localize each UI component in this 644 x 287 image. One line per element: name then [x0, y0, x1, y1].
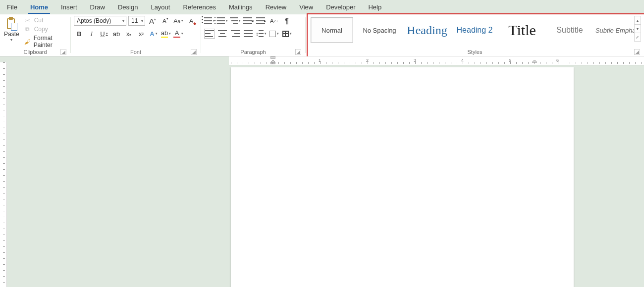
multilevel-list-button[interactable]: ▾ — [230, 16, 241, 26]
styles-dialog-launcher[interactable]: ◢ — [634, 49, 640, 55]
clear-formatting-button[interactable]: A◆ — [186, 16, 197, 26]
tab-insert[interactable]: Insert — [59, 2, 79, 14]
group-label-font: Font ◢ — [74, 48, 198, 56]
paste-button[interactable]: Paste ▾ — [3, 17, 20, 42]
strikethrough-button[interactable]: ab — [111, 29, 122, 39]
superscript-button[interactable]: x — [136, 29, 147, 39]
svg-marker-1 — [270, 60, 275, 62]
tab-design[interactable]: Design — [116, 2, 140, 14]
menu-bar: File Home Insert Draw Design Layout Refe… — [0, 0, 644, 14]
styles-scroll-down-icon[interactable]: ▾ — [635, 25, 641, 33]
tab-file[interactable]: File — [5, 2, 19, 14]
tab-review[interactable]: Review — [264, 2, 289, 14]
format-painter-label: Format Painter — [34, 35, 67, 48]
tab-developer[interactable]: Developer — [324, 2, 357, 14]
font-size-value: 11 — [131, 17, 138, 24]
group-clipboard: Paste ▾ ✂ Cut ⧉ Copy 🖌 Format Painter — [0, 14, 70, 56]
numbering-button[interactable]: ▾ — [217, 16, 228, 26]
increase-indent-button[interactable]: ▸ — [256, 16, 267, 26]
style-normal[interactable]: Normal — [311, 17, 353, 43]
group-label-styles: Styles ◢ — [309, 48, 641, 56]
tab-draw[interactable]: Draw — [88, 2, 107, 14]
chevron-down-icon: ▾ — [122, 19, 124, 23]
style-no-spacing[interactable]: No Spacing — [358, 17, 401, 43]
chevron-down-icon[interactable]: ▾ — [10, 38, 12, 42]
shrink-font-button[interactable]: A▾ — [160, 16, 171, 26]
tab-help[interactable]: Help — [366, 2, 383, 14]
scissors-icon: ✂ — [24, 17, 31, 24]
align-center-button[interactable] — [217, 29, 228, 39]
bullets-button[interactable]: ▾ — [204, 16, 215, 26]
vertical-ruler[interactable] — [0, 62, 7, 287]
copy-icon: ⧉ — [24, 26, 31, 33]
shading-button[interactable]: ▾ — [268, 29, 279, 39]
tab-layout[interactable]: Layout — [149, 2, 172, 14]
copy-button: ⧉ Copy — [24, 26, 67, 33]
group-paragraph: ▾ ▾ ▾ ◂ ▸ AZ↓ ¶ ↕▾ ▾ ▾ — [201, 14, 305, 56]
styles-gallery: Normal No Spacing Heading Heading 2 Titl… — [309, 16, 634, 45]
group-label-paragraph: Paragraph ◢ — [204, 48, 302, 56]
svg-marker-0 — [270, 56, 275, 58]
paragraph-dialog-launcher[interactable]: ◢ — [295, 49, 301, 55]
line-spacing-button[interactable]: ↕▾ — [256, 29, 267, 39]
font-size-combo[interactable]: 11 ▾ — [128, 16, 145, 26]
italic-button[interactable]: I — [86, 29, 97, 39]
decrease-indent-button[interactable]: ◂ — [243, 16, 254, 26]
show-hide-marks-button[interactable]: ¶ — [281, 16, 292, 26]
paste-label: Paste — [4, 31, 19, 38]
style-heading-1[interactable]: Heading — [406, 17, 448, 43]
clipboard-dialog-launcher[interactable]: ◢ — [60, 49, 66, 55]
tab-view[interactable]: View — [297, 2, 315, 14]
styles-expand-icon[interactable]: ⤢ — [635, 33, 641, 41]
sort-button[interactable]: AZ↓ — [268, 16, 279, 26]
group-font: Aptos (Body) ▾ 11 ▾ A A▾ A▾ A◆ B I U▾ ab… — [71, 14, 201, 56]
right-indent-marker[interactable] — [532, 56, 537, 64]
font-name-combo[interactable]: Aptos (Body) ▾ — [74, 16, 126, 26]
subscript-button[interactable]: x — [123, 29, 134, 39]
borders-button[interactable]: ▾ — [281, 29, 292, 39]
svg-rect-2 — [270, 62, 275, 64]
format-painter-button[interactable]: 🖌 Format Painter — [24, 35, 67, 48]
copy-label: Copy — [34, 26, 48, 33]
justify-button[interactable] — [243, 29, 254, 39]
document-page[interactable] — [231, 67, 574, 287]
ribbon: Paste ▾ ✂ Cut ⧉ Copy 🖌 Format Painter — [0, 14, 644, 56]
align-right-button[interactable] — [230, 29, 241, 39]
grow-font-button[interactable]: A — [147, 16, 158, 26]
text-effects-button[interactable]: A▾ — [148, 29, 159, 39]
tab-mailings[interactable]: Mailings — [227, 2, 255, 14]
svg-marker-3 — [532, 60, 537, 62]
cut-label: Cut — [34, 17, 44, 24]
style-heading-2[interactable]: Heading 2 — [453, 17, 496, 43]
style-title[interactable]: Title — [501, 17, 543, 43]
styles-scroll-up-icon[interactable]: ▴ — [635, 16, 641, 25]
group-styles: Normal No Spacing Heading Heading 2 Titl… — [306, 14, 644, 56]
font-color-button[interactable]: A▾ — [173, 29, 184, 39]
underline-button[interactable]: U▾ — [99, 29, 109, 39]
chevron-down-icon: ▾ — [141, 19, 143, 23]
change-case-button[interactable]: A▾ — [173, 16, 184, 26]
first-line-indent-marker[interactable] — [270, 56, 275, 64]
font-dialog-launcher[interactable]: ◢ — [191, 49, 197, 55]
cut-button: ✂ Cut — [24, 17, 67, 24]
highlight-color-button[interactable]: ab▾ — [161, 29, 171, 39]
tab-references[interactable]: References — [181, 2, 217, 14]
paste-icon — [5, 17, 17, 31]
horizontal-ruler[interactable]: 123456 — [229, 56, 644, 65]
document-area: 123456 — [0, 56, 644, 287]
style-subtitle[interactable]: Subtitle — [548, 17, 591, 43]
style-subtle-emphasis[interactable]: Subtle Emphas — [596, 17, 634, 43]
group-label-clipboard: Clipboard ◢ — [3, 48, 67, 56]
bold-button[interactable]: B — [74, 29, 85, 39]
styles-gallery-scroll[interactable]: ▴ ▾ ⤢ — [634, 16, 641, 42]
font-name-value: Aptos (Body) — [77, 17, 111, 24]
align-left-button[interactable] — [204, 29, 215, 39]
tab-home[interactable]: Home — [28, 2, 50, 14]
brush-icon: 🖌 — [24, 38, 31, 45]
